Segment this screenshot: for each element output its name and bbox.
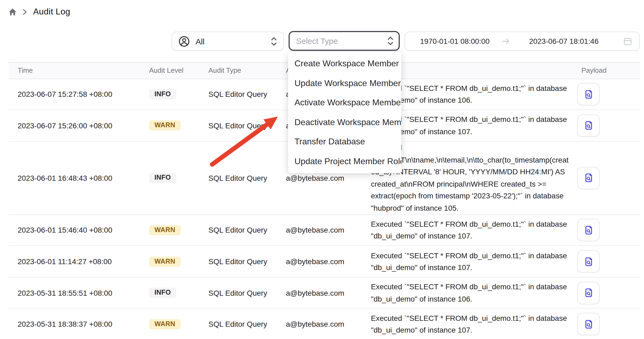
payload-view-button[interactable] <box>577 114 600 137</box>
cell-payload <box>577 250 640 273</box>
payload-view-button[interactable] <box>577 282 600 304</box>
cell-audit-type: SQL Editor Query <box>208 288 286 297</box>
type-dropdown-option[interactable]: Update Workspace Member <box>288 74 401 93</box>
cell-audit-type: SQL Editor Query <box>208 226 286 234</box>
calendar-icon <box>624 37 632 45</box>
document-search-icon <box>583 319 593 329</box>
actor-filter-value: All <box>196 37 271 46</box>
audit-level-badge: INFO <box>149 288 176 298</box>
audit-level-badge: WARN <box>149 121 181 131</box>
cell-audit-level: WARN <box>149 121 208 131</box>
audit-level-badge: INFO <box>149 173 176 183</box>
cell-payload <box>577 282 640 304</box>
cell-audit-type: SQL Editor Query <box>208 257 286 266</box>
type-dropdown-option[interactable]: Activate Workspace Member <box>288 93 401 113</box>
cell-actor: a@bytebase.com <box>286 288 371 297</box>
cell-payload <box>577 219 640 241</box>
cell-comment: Executed `"SELECT * FROM db_ui_demo.t1;"… <box>371 249 577 273</box>
cell-audit-level: INFO <box>149 173 208 183</box>
column-header-audit-type: Audit Type <box>208 67 286 75</box>
type-filter-placeholder: Select Type <box>296 36 387 45</box>
cell-time: 2023-06-01 16:48:43 +08:00 <box>8 174 149 182</box>
audit-level-badge: WARN <box>149 225 181 235</box>
payload-view-button[interactable] <box>577 219 600 241</box>
cell-actor: a@bytebase.com <box>286 257 371 266</box>
cell-comment: Executed `"SELECT * FROM db_ui_demo.t1;"… <box>371 218 577 242</box>
audit-log-row: 2023-06-01 15:46:40 +08:00WARNSQL Editor… <box>8 215 640 246</box>
up-down-chevrons-icon <box>387 36 393 45</box>
breadcrumb: Audit Log <box>9 7 70 17</box>
date-range-start[interactable]: 1970-01-01 08:00:00 <box>420 37 490 45</box>
cell-audit-type: SQL Editor Query <box>208 174 286 182</box>
type-dropdown-option[interactable]: Update Project Member Role <box>288 152 401 171</box>
actor-filter-select[interactable]: All <box>172 32 284 51</box>
date-range-end[interactable]: 2023-06-07 18:01:46 <box>529 37 599 45</box>
cell-time: 2023-06-01 15:46:40 +08:00 <box>8 226 149 234</box>
cell-actor: a@bytebase.com <box>286 174 371 182</box>
cell-time: 2023-05-31 18:38:37 +08:00 <box>8 320 149 329</box>
document-search-icon <box>583 225 593 235</box>
type-dropdown-option[interactable]: Deactivate Workspace Member <box>288 113 401 132</box>
audit-level-badge: WARN <box>149 319 181 329</box>
type-dropdown-option[interactable]: Create Workspace Member <box>288 54 401 74</box>
column-header-audit-level: Audit Level <box>149 67 208 75</box>
document-search-icon <box>583 121 593 131</box>
cell-audit-level: WARN <box>149 256 208 267</box>
column-header-comment: Comment <box>371 67 577 75</box>
payload-view-button[interactable] <box>577 250 600 273</box>
cell-time: 2023-06-07 15:27:58 +08:00 <box>8 90 149 99</box>
cell-audit-type: SQL Editor Query <box>208 121 286 130</box>
cell-audit-level: WARN <box>149 225 208 235</box>
cell-comment: Executed `"SELECT\n\tname,\n\temail,\n\t… <box>371 142 577 214</box>
column-header-payload: Payload <box>577 67 640 75</box>
person-circle-icon <box>179 36 190 47</box>
audit-log-page: Audit Log All Select Type <box>0 0 644 339</box>
home-icon[interactable] <box>9 8 17 16</box>
cell-payload <box>577 114 640 137</box>
cell-payload <box>577 313 640 336</box>
cell-audit-level: WARN <box>149 319 208 329</box>
payload-view-button[interactable] <box>577 313 600 336</box>
cell-audit-type: SQL Editor Query <box>208 90 286 99</box>
cell-time: 2023-06-07 15:26:00 +08:00 <box>8 121 149 130</box>
column-header-time: Time <box>8 67 149 75</box>
chevron-right-icon <box>22 9 27 15</box>
cell-audit-level: INFO <box>149 89 208 99</box>
audit-log-row: 2023-05-31 18:55:51 +08:00INFOSQL Editor… <box>8 278 640 309</box>
payload-view-button[interactable] <box>577 83 600 106</box>
date-range-picker[interactable]: 1970-01-01 08:00:00 2023-06-07 18:01:46 <box>405 32 640 51</box>
cell-payload <box>577 167 640 189</box>
cell-time: 2023-05-31 18:55:51 +08:00 <box>8 288 149 297</box>
cell-audit-type: SQL Editor Query <box>208 320 286 329</box>
audit-log-row: 2023-05-31 18:38:37 +08:00WARNSQL Editor… <box>8 309 640 339</box>
audit-level-badge: INFO <box>149 89 176 99</box>
up-down-chevrons-icon <box>271 37 277 46</box>
document-search-icon <box>583 89 593 99</box>
cell-comment: Executed `"SELECT * FROM db_ui_demo.t1;"… <box>371 82 577 106</box>
payload-view-button[interactable] <box>577 167 600 189</box>
cell-comment: Executed `"SELECT * FROM db_ui_demo.t1;"… <box>371 281 577 305</box>
page-title: Audit Log <box>33 7 70 17</box>
cell-comment: Executed `"SELECT * FROM db_ui_demo.t1;"… <box>371 312 577 336</box>
cell-time: 2023-06-01 11:14:27 +08:00 <box>8 257 149 266</box>
audit-log-row: 2023-06-01 11:14:27 +08:00WARNSQL Editor… <box>8 246 640 278</box>
cell-actor: a@bytebase.com <box>286 320 371 329</box>
document-search-icon <box>583 173 593 183</box>
type-filter-dropdown: Create Workspace MemberUpdate Workspace … <box>288 52 401 173</box>
audit-level-badge: WARN <box>149 256 181 267</box>
document-search-icon <box>583 256 593 267</box>
cell-comment: Executed `"SELECT * FROM db_ui_demo.t1;"… <box>371 114 577 138</box>
arrow-right-icon <box>502 37 510 45</box>
cell-audit-level: INFO <box>149 288 208 298</box>
type-filter-select[interactable]: Select Type <box>289 31 400 51</box>
cell-payload <box>577 83 640 106</box>
cell-actor: a@bytebase.com <box>286 226 371 234</box>
document-search-icon <box>583 288 593 298</box>
type-dropdown-option[interactable]: Transfer Database <box>288 132 401 152</box>
